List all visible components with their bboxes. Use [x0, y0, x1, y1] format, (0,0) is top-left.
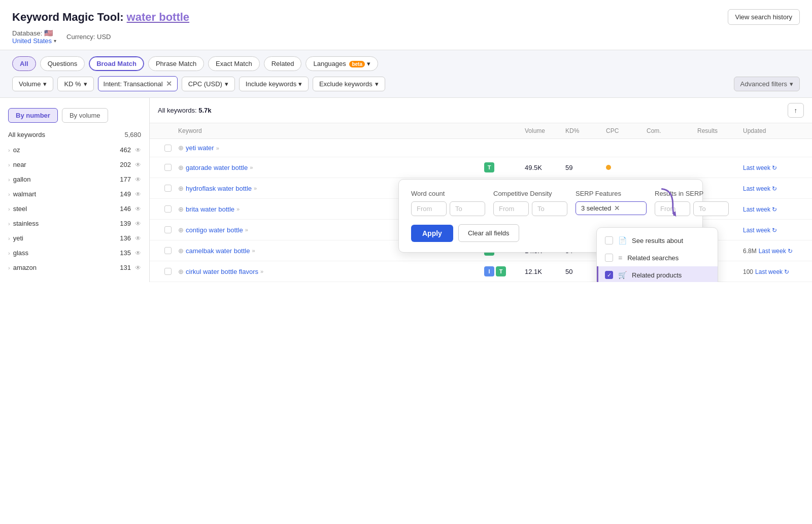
keyword-link[interactable]: ⊕ cirkul water bottle flavors » [178, 268, 484, 275]
serp-clear-icon[interactable]: ✕ [614, 204, 620, 212]
svg-marker-0 [671, 211, 678, 217]
keyword-query: water bottle [127, 11, 189, 24]
by-volume-button[interactable]: By volume [62, 108, 108, 123]
plus-icon: ⊕ [178, 185, 184, 192]
row-checkbox[interactable] [164, 268, 172, 275]
row-checkbox[interactable] [164, 145, 172, 152]
tab-related[interactable]: Related [264, 56, 302, 71]
eye-icon[interactable]: 👁 [135, 264, 141, 271]
row-checkbox[interactable] [164, 226, 172, 233]
comp-density-from-input[interactable] [493, 201, 529, 216]
keyword-link[interactable]: ⊕ gatorade water bottle » [178, 164, 484, 171]
kd-filter[interactable]: KD %▾ [57, 77, 93, 91]
intent-filter-tag[interactable]: Intent: Transactional ✕ [98, 76, 178, 91]
database-link[interactable]: United States ▾ [12, 37, 56, 45]
plus-icon: ⊕ [178, 164, 184, 171]
keyword-link[interactable]: ⊕ yeti water » [178, 144, 484, 152]
volume-filter[interactable]: Volume▾ [12, 77, 53, 91]
chevron-icon: › [8, 147, 10, 153]
tab-all[interactable]: All [12, 56, 36, 71]
chevron-icon: › [8, 265, 10, 271]
tab-questions[interactable]: Questions [40, 56, 85, 71]
plus-icon: ⊕ [178, 226, 184, 234]
eye-icon[interactable]: 👁 [135, 147, 141, 154]
chevron-right-icon: » [245, 227, 248, 233]
serp-item-related-products[interactable]: ✓ 🛒 Related products [597, 266, 718, 282]
eye-icon[interactable]: 👁 [135, 191, 141, 198]
apply-button[interactable]: Apply [411, 225, 453, 242]
word-count-to-input[interactable] [450, 201, 485, 216]
table-row: ⊕ gatorade water bottle » T 49.5K 59 Las… [150, 157, 812, 178]
eye-icon[interactable]: 👁 [135, 250, 141, 257]
include-keywords-filter[interactable]: Include keywords ▾ [239, 77, 309, 91]
plus-icon: ⊕ [178, 268, 184, 275]
chevron-right-icon: » [252, 248, 255, 254]
chevron-icon: › [8, 162, 10, 168]
serp-selected-count: 3 selected [581, 204, 611, 212]
sidebar-item[interactable]: › amazon 131 👁 [0, 260, 149, 275]
sidebar-item[interactable]: › glass 135 👁 [0, 246, 149, 260]
tab-phrase-match[interactable]: Phrase Match [148, 56, 204, 71]
doc-icon: 📄 [618, 236, 627, 244]
serp-dropdown: 📄 See results about ≡ Related searches ✓… [596, 227, 718, 282]
serp-features-field[interactable]: 3 selected ✕ [576, 201, 647, 215]
chevron-icon: › [8, 177, 10, 183]
advanced-filters-button[interactable]: SERP Features Advanced filters▾ [734, 77, 800, 91]
sidebar-item[interactable]: › stainless 139 👁 [0, 216, 149, 231]
exclude-keywords-filter[interactable]: Exclude keywords▾ [313, 77, 385, 91]
tab-broad-match[interactable]: Broad Match [89, 56, 144, 71]
eye-icon[interactable]: 👁 [135, 220, 141, 227]
sidebar-item[interactable]: › yeti 136 👁 [0, 231, 149, 246]
eye-icon[interactable]: 👁 [135, 161, 141, 168]
chevron-right-icon: » [250, 164, 253, 170]
row-checkbox[interactable] [164, 185, 172, 192]
chevron-icon: › [8, 206, 10, 212]
sidebar-all-label: All keywords [8, 131, 45, 138]
sidebar-item[interactable]: › steel 146 👁 [0, 201, 149, 216]
export-button[interactable]: ↑ [788, 103, 804, 118]
results-to-input[interactable] [693, 201, 729, 216]
app-title: Keyword Magic Tool: [12, 11, 124, 24]
table-header: Keyword Volume KD% CPC Com. Results Upda… [150, 123, 812, 139]
tab-exact-match[interactable]: Exact Match [208, 56, 260, 71]
export-icon: ↑ [794, 107, 798, 114]
intent-filter-remove[interactable]: ✕ [166, 80, 172, 88]
intent-badge-i: I [484, 266, 494, 276]
table-row: ⊕ yeti water » [150, 139, 812, 157]
plus-icon: ⊕ [178, 247, 184, 255]
database-label: Database: 🇺🇸 United States ▾ [12, 29, 56, 45]
sidebar-item[interactable]: › near 202 👁 [0, 157, 149, 172]
serp-checkbox[interactable] [605, 236, 613, 244]
list-icon: ≡ [618, 254, 622, 262]
chevron-right-icon: » [254, 185, 257, 191]
clear-fields-button[interactable]: Clear all fields [458, 224, 519, 242]
eye-icon[interactable]: 👁 [135, 205, 141, 213]
chevron-right-icon: » [260, 268, 263, 274]
eye-icon[interactable]: 👁 [135, 235, 141, 242]
comp-density-to-input[interactable] [532, 201, 567, 216]
word-count-from-input[interactable] [411, 201, 447, 216]
comp-density-label: Competitive Density [493, 190, 567, 197]
chevron-right-icon: » [216, 145, 219, 151]
sidebar-item[interactable]: › gallon 177 👁 [0, 172, 149, 187]
eye-icon[interactable]: 👁 [135, 176, 141, 183]
plus-icon: ⊕ [178, 144, 184, 152]
view-history-button[interactable]: View search history [728, 9, 800, 25]
serp-item-see-results[interactable]: 📄 See results about [597, 232, 718, 249]
intent-badge-t: T [496, 266, 506, 276]
row-checkbox[interactable] [164, 247, 172, 254]
chevron-icon: › [8, 250, 10, 256]
serp-checkbox[interactable] [605, 254, 613, 262]
by-number-button[interactable]: By number [8, 108, 58, 123]
sidebar-item[interactable]: › walmart 149 👁 [0, 187, 149, 201]
word-count-label: Word count [411, 190, 485, 197]
tab-languages[interactable]: Languages beta ▾ [306, 56, 378, 71]
row-checkbox[interactable] [164, 164, 172, 171]
cpc-filter[interactable]: CPC (USD)▾ [182, 77, 235, 91]
row-checkbox[interactable] [164, 205, 172, 213]
plus-icon: ⊕ [178, 205, 184, 213]
sidebar-item[interactable]: › oz 462 👁 [0, 143, 149, 157]
intent-badge-t: T [484, 162, 494, 172]
serp-checkbox-checked[interactable]: ✓ [605, 271, 613, 279]
serp-item-related-searches[interactable]: ≡ Related searches [597, 249, 718, 266]
